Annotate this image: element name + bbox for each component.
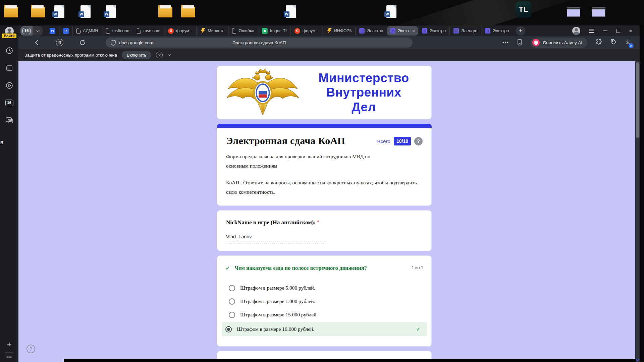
ask-alice-button[interactable]: Спросить Алису AI xyxy=(530,38,587,48)
nickname-question-card: NickName в игре (На английском):* Vlad_L… xyxy=(217,210,432,251)
more-options-icon[interactable]: ••• xyxy=(502,41,509,44)
desktop-word-document-icon[interactable] xyxy=(106,3,116,18)
desktop-folder-icon[interactable] xyxy=(158,3,172,17)
notification-help-icon[interactable]: ? xyxy=(156,52,163,58)
scrollbar-thumb[interactable] xyxy=(636,62,639,138)
answer-option-selected[interactable]: Штрафом в размере 10.000 рублей. ✓ xyxy=(222,322,427,336)
desktop-window-thumbnail[interactable] xyxy=(592,3,605,17)
bookmark-icon[interactable] xyxy=(517,39,522,47)
browser-profile-avatar[interactable] xyxy=(572,27,580,35)
answer-options: Штрафом в размере 5.000 рублей. Штрафом … xyxy=(225,281,423,336)
form-help-icon[interactable]: ? xyxy=(26,345,35,353)
browser-toolbar: Я docs.google.com Электронная сдача КоАП… xyxy=(18,36,640,49)
desktop-word-document-icon[interactable] xyxy=(386,3,396,18)
menu-icon[interactable] xyxy=(589,29,594,33)
minimize-icon[interactable] xyxy=(603,31,607,31)
enable-protection-button[interactable]: Включить xyxy=(122,51,151,59)
page-scrollbar[interactable] xyxy=(635,61,640,362)
nickname-input[interactable]: Vlad_Lanov xyxy=(226,234,325,242)
feed-icon[interactable] xyxy=(4,63,14,73)
desktop-tl-app-icon[interactable]: TL xyxy=(516,1,532,17)
document-icon xyxy=(232,28,236,34)
correct-answer-check-icon: ✓ xyxy=(416,326,421,333)
collections-icon[interactable] xyxy=(610,39,617,47)
extensions-icon[interactable] xyxy=(595,39,602,47)
chevron-down-icon[interactable] xyxy=(33,26,43,36)
document-icon xyxy=(106,28,110,34)
downloads-icon[interactable]: 2 xyxy=(625,39,631,46)
video-icon[interactable] xyxy=(4,80,14,90)
desktop-word-document-icon[interactable] xyxy=(80,3,91,18)
address-bar[interactable]: docs.google.com Электронная сдача КоАП xyxy=(106,38,413,48)
browser-tab[interactable]: Электро xyxy=(418,25,449,36)
radio-icon[interactable] xyxy=(229,298,235,305)
yandex-icon: Я xyxy=(294,28,300,34)
close-icon[interactable]: × xyxy=(629,28,632,34)
mvd-eagle-emblem xyxy=(223,68,302,117)
taskbar-edge xyxy=(64,359,636,362)
answer-option[interactable]: Штрафом в размере 1.000 рублей. xyxy=(225,295,423,308)
score-help-icon[interactable]: ? xyxy=(414,137,423,145)
browser-tab[interactable]: АДМИН xyxy=(72,25,102,36)
browser-tab[interactable]: PI xyxy=(46,25,59,36)
maximize-icon[interactable] xyxy=(616,29,620,33)
back-icon[interactable] xyxy=(33,38,41,47)
tab-bar: 16 PI PI АДМИН msftconn msn.com Яфорум –… xyxy=(18,25,640,36)
tab-close-icon[interactable]: × xyxy=(412,28,415,34)
screenshot-icon[interactable] xyxy=(4,115,14,125)
pi-icon: PI xyxy=(50,28,55,34)
browser-window: Войти 16 R + ••• 16 xyxy=(0,25,640,362)
score-badge: 10/10 xyxy=(394,137,411,145)
reload-icon[interactable] xyxy=(78,38,87,47)
browser-tab[interactable]: Яфорум – xyxy=(164,25,196,36)
answer-option[interactable]: Штрафом в размере 5.000 рублей. xyxy=(225,281,423,295)
question-title: Чем наказуема езда по полосе встречного … xyxy=(234,264,367,272)
sidebar-more-icon[interactable]: ••• xyxy=(6,355,12,359)
notification-close-icon[interactable]: × xyxy=(168,52,171,58)
browser-tab[interactable]: msftconn xyxy=(102,25,133,36)
browser-tab[interactable]: Imgur: Th xyxy=(258,25,290,36)
radio-icon[interactable] xyxy=(229,312,235,318)
desktop-folder-icon[interactable] xyxy=(4,3,18,17)
shield-icon[interactable] xyxy=(110,40,116,46)
yandex-browser-icon[interactable]: Я xyxy=(55,38,64,47)
desktop-word-document-icon[interactable] xyxy=(54,3,64,18)
browser-tab[interactable]: PI xyxy=(59,25,72,36)
desktop-window-thumbnail[interactable] xyxy=(567,3,580,17)
form-header-card: Министерство Внутренних Дел xyxy=(217,66,432,119)
alice-icon xyxy=(532,39,540,46)
required-asterisk: * xyxy=(317,219,319,224)
browser-tab[interactable]: Электро xyxy=(481,25,513,36)
scroll-down-icon[interactable] xyxy=(636,358,639,361)
login-badge[interactable]: Войти xyxy=(2,34,16,38)
tabs-count-icon[interactable]: 16 xyxy=(4,98,14,108)
browser-tab[interactable]: Ошибка xyxy=(228,25,258,36)
browser-tab[interactable]: Электро xyxy=(449,25,481,36)
correct-check-icon: ✓ xyxy=(225,264,230,272)
history-icon[interactable] xyxy=(4,46,14,56)
browser-tab-active[interactable]: Элект× xyxy=(387,26,418,36)
desktop-folder-icon[interactable] xyxy=(181,3,195,17)
nickname-label: NickName в игре (На английском):* xyxy=(226,219,423,226)
form-title-card: Электронная сдача КоАП Всего 10/10 ? Фор… xyxy=(217,124,432,206)
desktop-folder-icon[interactable] xyxy=(31,3,45,17)
tab-counter-button[interactable]: 16 xyxy=(20,26,43,36)
browser-tab[interactable]: Министе xyxy=(196,25,228,36)
browser-tab[interactable]: Электро xyxy=(355,25,387,36)
r-badge: R xyxy=(0,140,3,145)
radio-checked-icon[interactable] xyxy=(225,326,232,333)
sidebar-add-icon[interactable]: + xyxy=(7,340,11,348)
document-icon xyxy=(76,28,80,34)
new-tab-button[interactable]: + xyxy=(516,26,525,36)
radio-icon[interactable] xyxy=(229,285,235,291)
browser-tab[interactable]: msn.com xyxy=(133,25,164,36)
score-label: Всего xyxy=(377,138,390,144)
browser-tab[interactable]: ИНФОРМ xyxy=(323,25,355,36)
desktop-word-document-icon[interactable] xyxy=(286,3,296,18)
browser-tab[interactable]: Яфорум – xyxy=(290,25,323,36)
lightning-icon xyxy=(200,28,205,34)
google-form-page: Министерство Внутренних Дел Электронная … xyxy=(18,61,640,362)
url-text: docs.google.com xyxy=(119,40,153,45)
google-forms-icon xyxy=(359,28,365,34)
answer-option[interactable]: Штрафом в размере 15.000 рублей. xyxy=(225,308,423,321)
